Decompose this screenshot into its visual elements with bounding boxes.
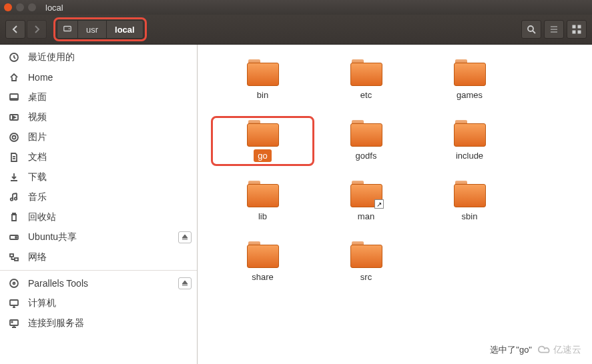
svg-rect-0: [64, 26, 71, 31]
downloads-icon: [8, 171, 20, 183]
minimize-window-button[interactable]: [16, 3, 24, 11]
folder-share[interactable]: share: [211, 237, 314, 287]
folder-label: etc: [356, 89, 376, 101]
sidebar-item-label: 最近使用的: [28, 51, 75, 63]
trash-icon: [8, 211, 20, 223]
svg-rect-27: [10, 300, 18, 305]
back-button[interactable]: [5, 20, 25, 39]
home-icon: [8, 71, 20, 83]
svg-point-26: [13, 283, 15, 285]
sidebar-item-home[interactable]: Home: [0, 67, 197, 87]
toolbar: usr local: [0, 15, 592, 45]
sidebar-item-pictures[interactable]: 图片: [0, 127, 197, 147]
folder-icon: [454, 181, 486, 207]
folder-lib[interactable]: lib: [211, 177, 314, 227]
svg-line-3: [533, 31, 535, 33]
computer-icon: [8, 297, 20, 309]
folder-sbin[interactable]: sbin: [418, 177, 521, 227]
cd-icon: [8, 277, 20, 289]
search-button[interactable]: [521, 20, 541, 39]
sidebar-item-desktop[interactable]: 桌面: [0, 87, 197, 107]
svg-point-22: [15, 237, 17, 238]
folder-grid: binetcgamesgogodfsincludelib↗mansbinshar…: [211, 55, 579, 287]
folder-games[interactable]: games: [418, 55, 521, 105]
sidebar-item-downloads[interactable]: 下载: [0, 167, 197, 187]
folder-label: games: [453, 89, 487, 101]
sidebar-item-videos[interactable]: 视频: [0, 107, 197, 127]
documents-icon: [8, 151, 20, 163]
svg-point-19: [11, 198, 13, 201]
desktop-icon: [8, 91, 20, 103]
folder-icon: [247, 59, 279, 86]
folder-icon: [247, 120, 279, 147]
sidebar-item-music[interactable]: 音乐: [0, 187, 197, 207]
statusbar: 选中了"go" 亿速云: [485, 341, 587, 359]
breadcrumb-root-disk[interactable]: [57, 20, 78, 39]
content-area: binetcgamesgogodfsincludelib↗mansbinshar…: [198, 45, 592, 364]
breadcrumb: usr local: [53, 17, 147, 41]
symlink-badge-icon: ↗: [374, 199, 384, 209]
folder-include[interactable]: include: [418, 116, 521, 166]
network-icon: [8, 251, 20, 263]
folder-label: sbin: [458, 210, 482, 223]
svg-rect-23: [10, 254, 13, 257]
breadcrumb-local[interactable]: local: [106, 20, 143, 39]
sidebar-item-label: 视频: [28, 111, 47, 123]
grid-view-button[interactable]: [567, 20, 587, 39]
sidebar-item-recent[interactable]: 最近使用的: [0, 47, 197, 67]
folder-man[interactable]: ↗man: [314, 177, 418, 227]
forward-button[interactable]: [27, 20, 47, 39]
list-view-button[interactable]: [544, 20, 564, 39]
sidebar-item-label: Home: [28, 72, 53, 83]
sidebar-item-drive[interactable]: Ubuntu共享: [0, 227, 197, 247]
server-icon: [8, 317, 20, 329]
svg-rect-10: [578, 31, 581, 33]
sidebar: 最近使用的Home桌面视频图片文档下载音乐回收站Ubuntu共享网络Parall…: [0, 45, 198, 364]
maximize-window-button[interactable]: [28, 3, 36, 11]
sidebar-item-computer[interactable]: 计算机: [0, 293, 197, 313]
watermark: 亿速云: [537, 344, 581, 356]
close-window-button[interactable]: [4, 3, 12, 11]
sidebar-item-label: Parallels Tools: [28, 278, 88, 289]
folder-icon: [350, 241, 382, 268]
sidebar-item-trash[interactable]: 回收站: [0, 207, 197, 227]
sidebar-item-label: 下载: [28, 171, 47, 183]
sidebar-item-label: 回收站: [28, 211, 56, 223]
svg-point-2: [528, 26, 533, 31]
folder-label: godfs: [352, 149, 381, 162]
folder-icon: ↗: [350, 181, 382, 207]
recent-icon: [8, 51, 20, 63]
svg-rect-8: [578, 25, 581, 28]
sidebar-item-documents[interactable]: 文档: [0, 147, 197, 167]
sidebar-item-network[interactable]: 网络: [0, 247, 197, 267]
folder-icon: [454, 120, 486, 147]
svg-point-31: [11, 321, 13, 323]
folder-bin[interactable]: bin: [211, 55, 314, 105]
svg-rect-7: [573, 25, 575, 28]
folder-godfs[interactable]: godfs: [314, 116, 418, 166]
pictures-icon: [8, 131, 20, 143]
sidebar-item-label: 计算机: [28, 297, 56, 309]
sidebar-item-label: 图片: [28, 131, 47, 143]
titlebar: local: [0, 0, 592, 15]
sidebar-item-label: 连接到服务器: [28, 317, 84, 329]
eject-button[interactable]: [178, 277, 192, 289]
sidebar-item-cd[interactable]: Parallels Tools: [0, 273, 197, 293]
window-title: local: [45, 3, 63, 13]
svg-rect-9: [573, 31, 575, 33]
folder-label: lib: [254, 210, 271, 223]
music-icon: [8, 191, 20, 203]
folder-label: include: [452, 149, 487, 162]
folder-label: share: [248, 271, 278, 283]
breadcrumb-usr[interactable]: usr: [78, 20, 106, 39]
folder-etc[interactable]: etc: [314, 55, 418, 105]
status-text: 选中了"go": [490, 344, 532, 356]
svg-point-20: [15, 197, 17, 200]
folder-icon: [247, 241, 279, 268]
sidebar-item-server[interactable]: 连接到服务器: [0, 313, 197, 333]
eject-button[interactable]: [178, 231, 192, 243]
sidebar-item-label: 桌面: [28, 91, 47, 103]
folder-label: go: [254, 149, 271, 162]
folder-go[interactable]: go: [211, 116, 314, 166]
folder-src[interactable]: src: [314, 237, 418, 287]
